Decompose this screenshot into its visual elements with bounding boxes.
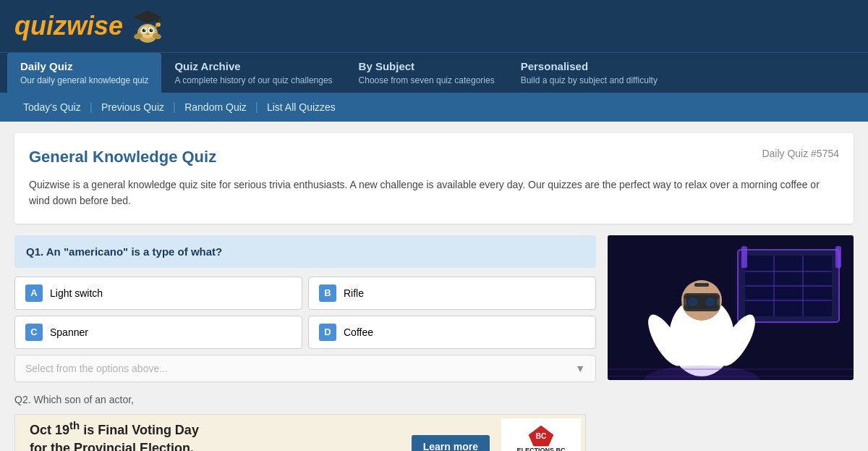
- elections-bc-text: ELECTIONS BC A non-partisan Office of th…: [506, 447, 576, 451]
- option-c-text: Spanner: [50, 326, 88, 338]
- sub-nav-list[interactable]: List All Quizzes: [258, 93, 344, 122]
- quiz-left-panel: Q1. An "americano" is a type of what? A …: [14, 235, 596, 408]
- elections-bc-emblem: BC: [519, 423, 563, 447]
- nav-tabs: Daily Quiz Our daily general knowledge q…: [0, 52, 868, 93]
- option-d[interactable]: D Coffee: [308, 316, 596, 349]
- sub-nav-previous[interactable]: Previous Quiz: [93, 93, 173, 122]
- logo[interactable]: quizwise: [14, 11, 123, 41]
- svg-rect-30: [717, 298, 720, 305]
- tab-personalised[interactable]: Personalised Build a quiz by subject and…: [508, 53, 671, 93]
- tab-subject[interactable]: By Subject Choose from seven quiz catego…: [346, 53, 508, 93]
- svg-text:BC: BC: [536, 432, 547, 440]
- svg-point-32: [688, 298, 698, 306]
- option-a[interactable]: A Light switch: [14, 277, 302, 310]
- vr-scene: [608, 235, 854, 380]
- svg-point-10: [144, 29, 145, 30]
- quiz-title: General Knowledge Quiz: [29, 148, 216, 167]
- banner-ad: Oct 19th is Final Voting Day for the Pro…: [14, 414, 586, 451]
- elections-logo: BC ELECTIONS BC A non-partisan Office of…: [501, 418, 581, 451]
- svg-rect-31: [694, 283, 709, 287]
- option-d-text: Coffee: [344, 326, 373, 338]
- option-a-letter: A: [25, 284, 43, 302]
- option-a-text: Light switch: [50, 287, 103, 299]
- svg-rect-24: [835, 246, 841, 268]
- sub-nav-today[interactable]: Today's Quiz: [14, 93, 90, 122]
- quiz-header: General Knowledge Quiz Daily Quiz #5754: [29, 148, 839, 167]
- quiz-description-card: General Knowledge Quiz Daily Quiz #5754 …: [14, 133, 854, 224]
- option-c[interactable]: C Spanner: [14, 316, 302, 349]
- quiz-image: [608, 235, 854, 380]
- option-c-letter: C: [25, 324, 43, 341]
- question-1: Q1. An "americano" is a type of what?: [14, 235, 596, 268]
- quiz-description: Quizwise is a general knowledge quiz sit…: [29, 177, 839, 209]
- vr-image: [608, 235, 854, 380]
- question-2-preview: Q2. Which son of an actor,: [14, 391, 596, 408]
- option-d-letter: D: [319, 324, 336, 341]
- svg-rect-23: [741, 246, 747, 268]
- option-b-text: Rifle: [344, 287, 364, 299]
- header: quizwise: [0, 0, 868, 52]
- banner-container: Oct 19th is Final Voting Day for the Pro…: [14, 414, 854, 451]
- select-placeholder: Select from the options above...: [25, 363, 168, 374]
- svg-point-33: [705, 298, 715, 306]
- quiz-area: Q1. An "americano" is a type of what? A …: [14, 235, 854, 408]
- banner-title: Oct 19th is Final Voting Day for the Pro…: [30, 418, 390, 452]
- option-b-letter: B: [319, 284, 336, 302]
- svg-rect-29: [684, 298, 686, 305]
- banner-text: Oct 19th is Final Voting Day for the Pro…: [15, 410, 404, 452]
- options-grid: A Light switch B Rifle C Spanner D Coffe…: [14, 277, 596, 349]
- svg-point-9: [150, 29, 153, 33]
- svg-point-8: [142, 29, 146, 33]
- sub-nav: Today's Quiz | Previous Quiz | Random Qu…: [0, 93, 868, 122]
- owl-icon: [129, 7, 166, 45]
- option-b[interactable]: B Rifle: [308, 277, 596, 310]
- learn-more-button[interactable]: Learn more: [412, 435, 490, 451]
- main-content: General Knowledge Quiz Daily Quiz #5754 …: [0, 122, 868, 451]
- quiz-number: Daily Quiz #5754: [762, 148, 839, 159]
- svg-point-2: [156, 22, 161, 27]
- svg-point-11: [151, 29, 153, 30]
- sub-nav-random[interactable]: Random Quiz: [176, 93, 255, 122]
- tab-archive[interactable]: Quiz Archive A complete history of our q…: [161, 53, 345, 93]
- tab-daily[interactable]: Daily Quiz Our daily general knowledge q…: [7, 53, 161, 93]
- answer-select[interactable]: Select from the options above... ▼: [14, 355, 596, 382]
